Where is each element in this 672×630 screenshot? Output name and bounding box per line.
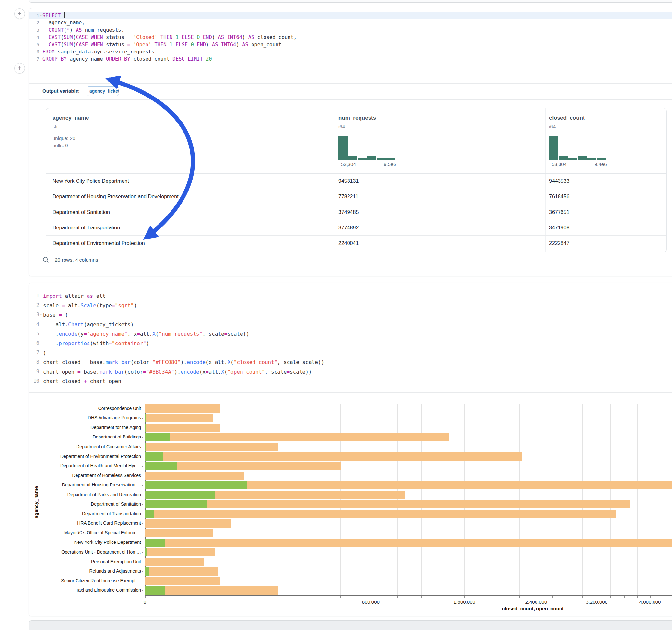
column-header[interactable]: closed_count — [549, 115, 585, 121]
hist-bar — [377, 159, 386, 160]
code-token — [185, 56, 188, 62]
code-text: COUNT(*) AS num_requests, — [43, 27, 124, 34]
axis-tick — [142, 590, 143, 591]
code-token — [88, 34, 91, 40]
code-token: agency_name — [67, 56, 106, 62]
sql-cell: 1∨SELECT 2 agency_name,3 COUNT(*) AS num… — [28, 8, 672, 276]
code-token: AS — [76, 27, 82, 33]
gridline — [258, 404, 258, 595]
code-text: CAST(SUM(CASE WHEN status = 'Open' THEN … — [43, 41, 281, 48]
code-token: WHEN — [91, 42, 103, 48]
code-line[interactable]: 6FROM sample_data.nyc.service_requests — [29, 48, 672, 55]
code-token: INT64 — [221, 42, 236, 48]
y-axis-label: Department of Buildings — [34, 434, 141, 439]
line-number: 7 — [30, 55, 39, 63]
code-token: ( — [61, 42, 64, 48]
code-token: ORDER BY — [106, 56, 130, 62]
code-token: 'Open' — [133, 42, 151, 48]
gridline — [637, 404, 638, 595]
y-axis-label: Personal Exemption Unit — [34, 559, 141, 564]
axis-tick — [258, 596, 258, 598]
code-token: ) — [212, 34, 218, 40]
code-token: * — [67, 27, 70, 33]
bar-closed — [145, 443, 278, 451]
code-token: status — [103, 34, 127, 40]
code-token: 1 — [176, 34, 178, 40]
y-axis-label: Department of Sanitation — [34, 501, 141, 507]
code-token: CAST — [49, 34, 61, 40]
search-icon[interactable] — [43, 256, 50, 264]
x-tick-label: 2,400,000 — [526, 599, 547, 605]
code-token: END — [203, 34, 212, 40]
hist-bar — [338, 136, 347, 160]
code-token: SUM — [64, 34, 73, 40]
code-token — [188, 42, 191, 48]
table-cell: 2222847 — [549, 236, 569, 251]
gridline — [422, 404, 422, 595]
gridline — [464, 404, 464, 595]
code-token: WHEN — [91, 34, 103, 40]
hist-min-label: 53,304 — [341, 162, 356, 167]
column-header[interactable]: agency_name — [52, 115, 89, 121]
code-token: closed_count — [130, 56, 173, 62]
bar-open — [145, 548, 147, 556]
y-axis-label: DHS Advantage Programs — [34, 415, 141, 420]
table-row: Department of Sanitation37494853677651 — [46, 204, 667, 220]
axis-tick — [371, 596, 371, 598]
code-line[interactable]: 7GROUP BY agency_name ORDER BY closed_co… — [29, 55, 672, 63]
bar-closed — [145, 453, 522, 461]
bar-open — [145, 462, 177, 470]
column-type: str — [52, 124, 58, 129]
x-axis-line — [145, 595, 672, 596]
bar-open — [145, 491, 215, 499]
axis-tick — [142, 418, 143, 419]
column-histogram — [549, 134, 607, 160]
code-token: 0 — [197, 34, 200, 40]
hist-bar — [559, 156, 568, 160]
hist-bar — [568, 159, 577, 160]
code-token: open_count — [248, 42, 282, 48]
column-header[interactable]: num_requests — [338, 115, 376, 121]
bar-closed — [145, 471, 244, 480]
gridline — [536, 404, 536, 595]
code-line[interactable]: 3 COUNT(*) AS num_requests, — [29, 27, 672, 34]
axis-tick — [145, 596, 146, 598]
plus-icon: + — [18, 65, 22, 72]
bar-open — [145, 500, 207, 508]
code-token — [203, 56, 206, 62]
add-cell-button-2[interactable]: + — [14, 63, 25, 74]
hist-bar — [587, 159, 597, 160]
line-number: 5 — [30, 41, 39, 48]
table-cell: New York City Police Department — [52, 173, 129, 189]
code-token: SELECT — [43, 13, 61, 19]
chevron-down-icon[interactable]: ∨ — [40, 12, 42, 19]
bar-closed — [145, 423, 220, 432]
code-line[interactable]: 4 CAST(SUM(CASE WHEN status = 'Closed' T… — [29, 34, 672, 41]
line-number: 2 — [30, 19, 39, 26]
code-line[interactable]: 5 CAST(SUM(CASE WHEN status = 'Open' THE… — [29, 41, 672, 48]
code-token: sample_data.nyc.service_requests — [54, 49, 154, 55]
bar-open — [145, 567, 149, 576]
axis-tick — [502, 596, 503, 598]
y-axis-label: Taxi and Limousine Commission — [34, 587, 141, 593]
bar-open — [145, 453, 163, 461]
altair-chart: agency_name closed_count, open_count 080… — [29, 283, 672, 616]
code-line[interactable]: 2 agency_name, — [29, 19, 672, 26]
axis-tick — [142, 485, 143, 486]
y-axis-label: Department of Health and Mental Hyg… — [34, 463, 141, 468]
code-line[interactable]: 1∨SELECT — [29, 12, 672, 19]
table-cell: Department of Environmental Protection — [52, 236, 145, 251]
code-token: AS — [218, 34, 224, 40]
y-axis-label: Senior Citizen Rent Increase Exempti… — [34, 578, 141, 583]
x-tick-label: 0 — [144, 599, 146, 605]
bar-open — [145, 433, 170, 441]
code-token: THEN — [161, 34, 172, 40]
output-variable-pill[interactable]: agency_tickets — [87, 86, 119, 96]
axis-tick — [597, 596, 597, 598]
add-cell-button[interactable]: + — [14, 8, 25, 19]
hist-max-label: 9.5e6 — [384, 162, 396, 167]
code-token: ) — [206, 42, 212, 48]
bar-closed — [145, 548, 215, 556]
code-text: FROM sample_data.nyc.service_requests — [43, 48, 154, 55]
bar-closed — [145, 510, 616, 518]
